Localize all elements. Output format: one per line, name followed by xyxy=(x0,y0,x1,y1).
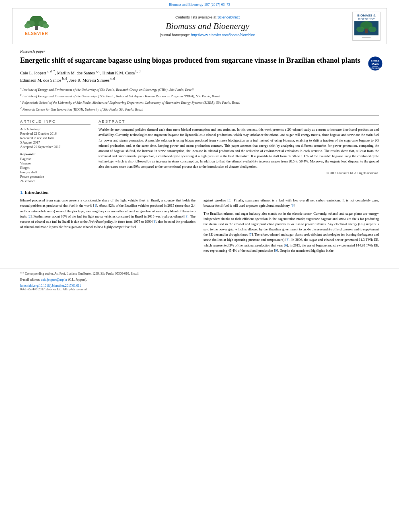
intro-left: Ethanol produced from sugarcane powers a… xyxy=(20,198,195,256)
keyword-4: Energy shift xyxy=(20,170,90,174)
revised-date: 5 August 2017 xyxy=(20,140,90,144)
page: Biomass and Bioenergy 107 (2017) 63–73 E… xyxy=(0,0,399,532)
article-info-abstract: ARTICLE INFO Article history: Received 2… xyxy=(20,119,379,183)
keyword-6: 2G ethanol xyxy=(20,179,90,183)
affiliation-c: c Polytechnic School of the University o… xyxy=(20,99,379,105)
keyword-3: Biogas xyxy=(20,166,90,170)
keyword-5: Power generation xyxy=(20,175,90,179)
title-area: Energetic shift of sugarcane bagasse usi… xyxy=(20,56,379,65)
homepage-url[interactable]: http://www.elsevier.com/locate/biombioe xyxy=(191,33,255,37)
sciencedirect-link[interactable]: ScienceDirect xyxy=(218,15,240,19)
intro-para-1: Ethanol produced from sugarcane powers a… xyxy=(20,198,195,230)
contents-available-line: Contents lists available at ScienceDirec… xyxy=(65,15,350,19)
svg-rect-10 xyxy=(365,29,368,33)
received-date: Received 22 October 2016 xyxy=(20,131,90,136)
abstract-col: ABSTRACT Worldwide environmental policie… xyxy=(99,119,379,183)
corresponding-author-footnote: * * Corresponding author. Av. Prof. Luci… xyxy=(20,271,379,276)
author-5: José R. Moreira Simões xyxy=(69,78,109,82)
journal-header: ELSEVIER Contents lists available at Sci… xyxy=(12,8,387,44)
journal-logo-subtitle: BIOENERGY xyxy=(354,18,378,21)
intro-title: 1. Introduction xyxy=(20,190,379,195)
author-email[interactable]: caio.joppert@usp.br xyxy=(41,278,67,281)
introduction-section: 1. Introduction Ethanol produced from su… xyxy=(20,190,379,256)
affiliation-a: a Institute of Energy and Environment of… xyxy=(20,86,379,92)
abstract-section-label: ABSTRACT xyxy=(99,119,379,125)
article-title: Energetic shift of sugarcane bagasse usi… xyxy=(20,56,379,65)
affiliation-b: b Institute of Energy and Environment of… xyxy=(20,93,379,99)
crossmark-icon: cross Mark click for updates xyxy=(368,56,383,71)
author-1: Caio L. Joppert xyxy=(20,70,46,75)
keywords-label: Keywords: xyxy=(20,152,90,156)
journal-logo-box: BIOMASS & BIOENERGY ───── xyxy=(352,12,380,41)
journal-logo-right: BIOMASS & BIOENERGY ───── xyxy=(350,12,383,41)
intro-right: against gasoline [5]. Finally, sugarcane… xyxy=(204,198,379,256)
accepted-date: Accepted 22 September 2017 xyxy=(20,145,90,149)
author-4: Edmilson M. dos Santos xyxy=(20,78,62,82)
history-label: Article history: xyxy=(20,127,90,131)
author-2: Marilin M. dos Santos xyxy=(57,70,95,75)
affiliations: a Institute of Energy and Environment of… xyxy=(20,86,379,113)
svg-point-5 xyxy=(43,24,49,29)
keyword-2: Vinasse xyxy=(20,161,90,165)
svg-text:Mark: Mark xyxy=(372,62,379,66)
divider-1 xyxy=(20,115,379,116)
email-footnote: E-mail address: caio.joppert@usp.br (C.L… xyxy=(20,277,379,282)
svg-text:cross: cross xyxy=(371,59,380,62)
article-info-col: ARTICLE INFO Article history: Received 2… xyxy=(20,119,90,183)
elsevier-logo-area: ELSEVIER xyxy=(16,15,65,37)
copyright-line: © 2017 Elsevier Ltd. All rights reserved… xyxy=(99,171,379,175)
svg-text:click for updates: click for updates xyxy=(368,67,383,69)
intro-two-col: Ethanol produced from sugarcane powers a… xyxy=(20,198,379,256)
authors-line: Caio L. Joppert a, d, *, Marilin M. dos … xyxy=(20,69,379,84)
svg-point-4 xyxy=(25,24,31,29)
abstract-text: Worldwide environmental policies demand … xyxy=(99,127,379,169)
journal-homepage: journal homepage: http://www.elsevier.co… xyxy=(65,33,350,37)
journal-logo-lines: ───── xyxy=(354,36,378,39)
journal-logo-title: BIOMASS & xyxy=(354,14,378,18)
footer: * * Corresponding author. Av. Prof. Luci… xyxy=(0,269,399,291)
elsevier-brand-text: ELSEVIER xyxy=(25,31,48,36)
keyword-1: Bagasse xyxy=(20,157,90,161)
journal-header-center: Contents lists available at ScienceDirec… xyxy=(65,15,350,37)
crossmark-badge: cross Mark click for updates xyxy=(368,56,383,72)
author-3: Hirdan K.M. Costa xyxy=(103,70,135,75)
doi-line[interactable]: https://doi.org/10.1016/j.biombioe.2017.… xyxy=(20,284,379,288)
affiliation-d: d Research Centre for Gas Innovation (RC… xyxy=(20,106,379,112)
article-type-label: Research paper xyxy=(20,49,379,53)
elsevier-tree-icon xyxy=(21,16,53,31)
intro-para-right-2: The Brazilian ethanol and sugar industry… xyxy=(204,211,379,253)
svg-point-8 xyxy=(356,27,364,32)
journal-title: Biomass and Bioenergy xyxy=(65,21,350,31)
journal-logo-image xyxy=(354,21,378,35)
svg-point-9 xyxy=(368,27,376,32)
issn-line: 0961-9534/© 2017 Elsevier Ltd. All right… xyxy=(20,288,379,291)
journal-logo-graphic xyxy=(354,21,378,35)
elsevier-logo: ELSEVIER xyxy=(16,15,57,37)
intro-para-right-1: against gasoline [5]. Finally, sugarcane… xyxy=(204,198,379,208)
main-content: Research paper Energetic shift of sugarc… xyxy=(0,44,399,261)
revised-label: Received in revised form xyxy=(20,136,90,140)
article-info-section-label: ARTICLE INFO xyxy=(20,119,90,125)
journal-reference: Biomass and Bioenergy 107 (2017) 63–73 xyxy=(0,0,399,8)
